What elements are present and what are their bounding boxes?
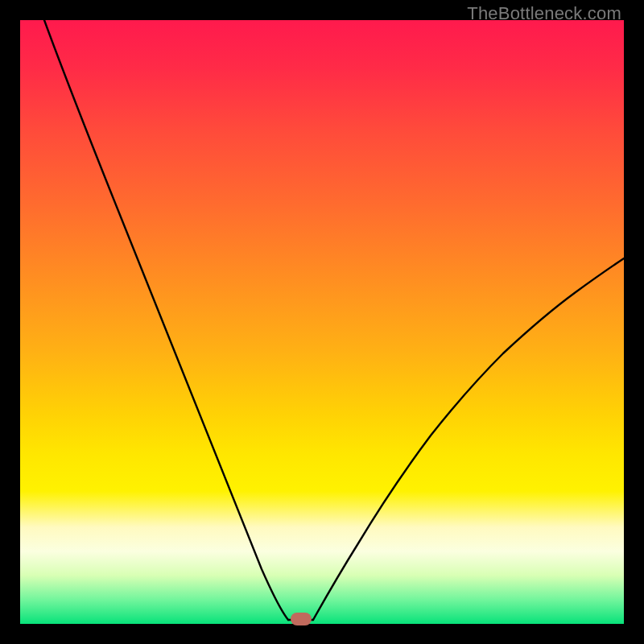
bottleneck-curve: [20, 20, 624, 624]
chart-frame: TheBottleneck.com: [0, 0, 644, 644]
optimal-point-marker: [291, 613, 312, 625]
plot-area: [20, 20, 624, 624]
curve-right-branch: [313, 258, 624, 620]
curve-left-branch: [44, 20, 288, 620]
